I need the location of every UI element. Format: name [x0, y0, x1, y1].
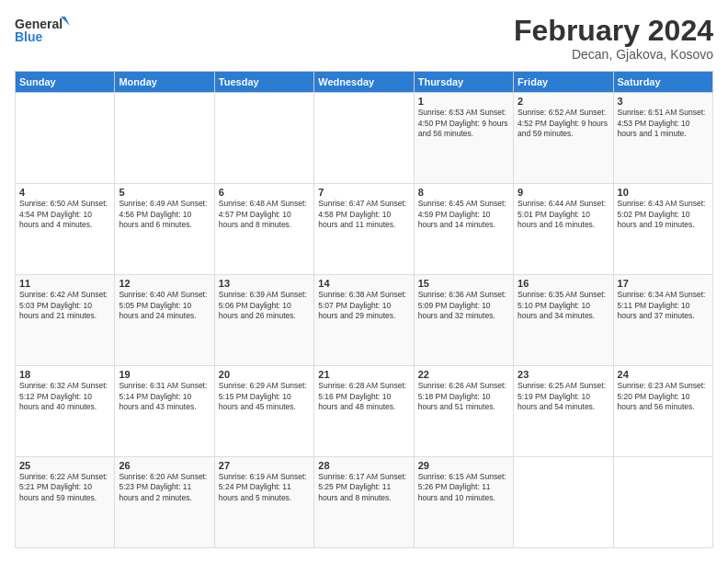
day-number: 5: [119, 187, 210, 198]
day-cell: 16Sunrise: 6:35 AM Sunset: 5:10 PM Dayli…: [514, 275, 613, 366]
day-number: 8: [418, 187, 509, 198]
day-number: 27: [219, 460, 310, 471]
day-info: Sunrise: 6:38 AM Sunset: 5:07 PM Dayligh…: [318, 290, 409, 321]
day-cell: 25Sunrise: 6:22 AM Sunset: 5:21 PM Dayli…: [16, 457, 115, 548]
day-cell: 14Sunrise: 6:38 AM Sunset: 5:07 PM Dayli…: [314, 275, 414, 366]
day-number: 14: [318, 278, 409, 289]
day-number: 11: [19, 278, 110, 289]
calendar: SundayMondayTuesdayWednesdayThursdayFrid…: [15, 71, 713, 548]
day-info: Sunrise: 6:29 AM Sunset: 5:15 PM Dayligh…: [219, 381, 310, 412]
day-cell: [115, 93, 214, 184]
logo: GeneralBlue: [15, 15, 70, 44]
day-cell: [214, 93, 313, 184]
day-info: Sunrise: 6:23 AM Sunset: 5:20 PM Dayligh…: [618, 381, 709, 412]
day-cell: 7Sunrise: 6:47 AM Sunset: 4:58 PM Daylig…: [314, 184, 414, 275]
day-number: 15: [418, 278, 509, 289]
day-info: Sunrise: 6:45 AM Sunset: 4:59 PM Dayligh…: [418, 199, 509, 230]
day-number: 9: [518, 187, 609, 198]
day-cell: [613, 457, 712, 548]
day-cell: 9Sunrise: 6:44 AM Sunset: 5:01 PM Daylig…: [514, 184, 613, 275]
day-number: 4: [19, 187, 110, 198]
day-cell: 3Sunrise: 6:51 AM Sunset: 4:53 PM Daylig…: [613, 93, 712, 184]
day-cell: 13Sunrise: 6:39 AM Sunset: 5:06 PM Dayli…: [214, 275, 313, 366]
day-info: Sunrise: 6:20 AM Sunset: 5:23 PM Dayligh…: [119, 472, 210, 503]
day-number: 28: [318, 460, 409, 471]
day-cell: 4Sunrise: 6:50 AM Sunset: 4:54 PM Daylig…: [16, 184, 115, 275]
day-info: Sunrise: 6:53 AM Sunset: 4:50 PM Dayligh…: [418, 108, 509, 139]
day-cell: 22Sunrise: 6:26 AM Sunset: 5:18 PM Dayli…: [414, 366, 513, 457]
day-cell: 12Sunrise: 6:40 AM Sunset: 5:05 PM Dayli…: [115, 275, 214, 366]
col-header-saturday: Saturday: [613, 72, 712, 93]
day-number: 6: [219, 187, 310, 198]
col-header-wednesday: Wednesday: [314, 72, 414, 93]
day-info: Sunrise: 6:26 AM Sunset: 5:18 PM Dayligh…: [418, 381, 509, 412]
logo-svg: GeneralBlue: [15, 15, 70, 44]
col-header-thursday: Thursday: [414, 72, 513, 93]
week-row-4: 18Sunrise: 6:32 AM Sunset: 5:12 PM Dayli…: [16, 366, 713, 457]
day-number: 22: [418, 369, 509, 380]
col-header-monday: Monday: [115, 72, 214, 93]
location-title: Decan, Gjakova, Kosovo: [514, 47, 713, 62]
col-header-tuesday: Tuesday: [214, 72, 313, 93]
col-header-friday: Friday: [514, 72, 613, 93]
day-cell: 6Sunrise: 6:48 AM Sunset: 4:57 PM Daylig…: [214, 184, 313, 275]
day-cell: 5Sunrise: 6:49 AM Sunset: 4:56 PM Daylig…: [115, 184, 214, 275]
day-number: 3: [618, 96, 709, 107]
day-info: Sunrise: 6:36 AM Sunset: 5:09 PM Dayligh…: [418, 290, 509, 321]
day-number: 7: [318, 187, 409, 198]
col-header-sunday: Sunday: [16, 72, 115, 93]
day-cell: 26Sunrise: 6:20 AM Sunset: 5:23 PM Dayli…: [115, 457, 214, 548]
day-number: 17: [618, 278, 709, 289]
day-number: 24: [618, 369, 709, 380]
day-cell: 11Sunrise: 6:42 AM Sunset: 5:03 PM Dayli…: [16, 275, 115, 366]
day-cell: [16, 93, 115, 184]
day-info: Sunrise: 6:31 AM Sunset: 5:14 PM Dayligh…: [119, 381, 210, 412]
week-row-3: 11Sunrise: 6:42 AM Sunset: 5:03 PM Dayli…: [16, 275, 713, 366]
day-info: Sunrise: 6:28 AM Sunset: 5:16 PM Dayligh…: [318, 381, 409, 412]
day-info: Sunrise: 6:40 AM Sunset: 5:05 PM Dayligh…: [119, 290, 210, 321]
day-cell: 29Sunrise: 6:15 AM Sunset: 5:26 PM Dayli…: [414, 457, 513, 548]
day-number: 13: [219, 278, 310, 289]
week-row-5: 25Sunrise: 6:22 AM Sunset: 5:21 PM Dayli…: [16, 457, 713, 548]
day-info: Sunrise: 6:17 AM Sunset: 5:25 PM Dayligh…: [318, 472, 409, 503]
day-cell: [514, 457, 613, 548]
day-info: Sunrise: 6:19 AM Sunset: 5:24 PM Dayligh…: [219, 472, 310, 503]
day-info: Sunrise: 6:50 AM Sunset: 4:54 PM Dayligh…: [19, 199, 110, 230]
month-title: February 2024: [514, 15, 713, 47]
week-row-2: 4Sunrise: 6:50 AM Sunset: 4:54 PM Daylig…: [16, 184, 713, 275]
svg-text:Blue: Blue: [15, 29, 43, 44]
day-cell: 1Sunrise: 6:53 AM Sunset: 4:50 PM Daylig…: [414, 93, 513, 184]
day-cell: 18Sunrise: 6:32 AM Sunset: 5:12 PM Dayli…: [16, 366, 115, 457]
day-cell: [314, 93, 414, 184]
day-info: Sunrise: 6:39 AM Sunset: 5:06 PM Dayligh…: [219, 290, 310, 321]
day-cell: 24Sunrise: 6:23 AM Sunset: 5:20 PM Dayli…: [613, 366, 712, 457]
title-block: February 2024 Decan, Gjakova, Kosovo: [514, 15, 713, 62]
day-number: 26: [119, 460, 210, 471]
header: GeneralBlue February 2024 Decan, Gjakova…: [15, 15, 713, 62]
day-cell: 8Sunrise: 6:45 AM Sunset: 4:59 PM Daylig…: [414, 184, 513, 275]
day-number: 18: [19, 369, 110, 380]
day-number: 29: [418, 460, 509, 471]
day-number: 2: [518, 96, 609, 107]
day-number: 1: [418, 96, 509, 107]
day-info: Sunrise: 6:44 AM Sunset: 5:01 PM Dayligh…: [518, 199, 609, 230]
day-number: 16: [518, 278, 609, 289]
day-info: Sunrise: 6:34 AM Sunset: 5:11 PM Dayligh…: [618, 290, 709, 321]
calendar-header-row: SundayMondayTuesdayWednesdayThursdayFrid…: [16, 72, 713, 93]
day-number: 21: [318, 369, 409, 380]
day-info: Sunrise: 6:47 AM Sunset: 4:58 PM Dayligh…: [318, 199, 409, 230]
day-cell: 10Sunrise: 6:43 AM Sunset: 5:02 PM Dayli…: [613, 184, 712, 275]
day-info: Sunrise: 6:52 AM Sunset: 4:52 PM Dayligh…: [518, 108, 609, 139]
day-cell: 21Sunrise: 6:28 AM Sunset: 5:16 PM Dayli…: [314, 366, 414, 457]
day-info: Sunrise: 6:32 AM Sunset: 5:12 PM Dayligh…: [19, 381, 110, 412]
day-info: Sunrise: 6:25 AM Sunset: 5:19 PM Dayligh…: [518, 381, 609, 412]
day-number: 23: [518, 369, 609, 380]
day-cell: 27Sunrise: 6:19 AM Sunset: 5:24 PM Dayli…: [214, 457, 313, 548]
day-info: Sunrise: 6:51 AM Sunset: 4:53 PM Dayligh…: [618, 108, 709, 139]
day-info: Sunrise: 6:35 AM Sunset: 5:10 PM Dayligh…: [518, 290, 609, 321]
day-cell: 28Sunrise: 6:17 AM Sunset: 5:25 PM Dayli…: [314, 457, 414, 548]
day-cell: 19Sunrise: 6:31 AM Sunset: 5:14 PM Dayli…: [115, 366, 214, 457]
day-info: Sunrise: 6:42 AM Sunset: 5:03 PM Dayligh…: [19, 290, 110, 321]
page: GeneralBlue February 2024 Decan, Gjakova…: [0, 0, 728, 563]
day-cell: 17Sunrise: 6:34 AM Sunset: 5:11 PM Dayli…: [613, 275, 712, 366]
